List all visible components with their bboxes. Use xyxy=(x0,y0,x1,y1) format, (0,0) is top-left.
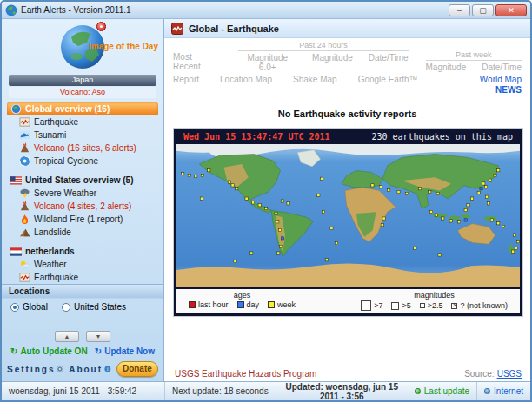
tree-item-global-overview[interactable]: Global overview (16) xyxy=(7,102,158,115)
tree-item-label: Weather xyxy=(34,260,67,269)
usgs-program-link[interactable]: USGS Earthquake Hazards Program xyxy=(175,369,316,379)
tree-item-volcano-us[interactable]: Volcano (4 sites, 2 alerts) xyxy=(3,200,162,213)
sidebar: Image of the Day Japan Volcano: Aso Glob… xyxy=(2,19,164,381)
datetime-button[interactable]: Date/Time xyxy=(369,53,409,72)
earthquake-marker xyxy=(515,247,517,249)
tree-item-tropical-cyclone[interactable]: Tropical Cyclone xyxy=(3,155,162,168)
scroll-down-button[interactable]: ▼ xyxy=(86,331,110,342)
earthquake-marker xyxy=(275,212,277,214)
earthquake-marker xyxy=(388,188,390,191)
us-flag-icon xyxy=(10,175,22,186)
alert-badge xyxy=(96,22,106,31)
tree-item-label: Wildland Fire (1 report) xyxy=(34,214,123,224)
auto-update-toggle[interactable]: ↻Auto Update ON xyxy=(10,346,88,356)
legend-last-hour: last hour xyxy=(189,300,229,309)
earthquake-marker xyxy=(335,242,337,245)
gear-icon[interactable] xyxy=(57,365,63,373)
severe-weather-icon xyxy=(19,188,30,199)
earthquake-marker xyxy=(201,174,203,176)
news-link[interactable]: NEWS xyxy=(480,85,522,95)
day-swatch xyxy=(237,301,244,308)
mag-25-label: >2.5 xyxy=(428,301,443,310)
earthquake-marker xyxy=(471,197,474,200)
info-icon[interactable]: i xyxy=(104,365,111,373)
close-button[interactable]: ✕ xyxy=(495,4,527,16)
no-reports-message: No Earthquake activity reports xyxy=(164,109,530,119)
minimize-button[interactable]: – xyxy=(449,4,470,16)
title-bar[interactable]: Earth Alerts - Version 2011.1 – ▢ ✕ xyxy=(2,2,530,19)
earthquake-marker xyxy=(379,186,382,188)
tree-item-wildland-fire[interactable]: Wildland Fire (1 report) xyxy=(3,213,162,226)
update-now-label: Update Now xyxy=(104,346,155,356)
magnitude-button[interactable]: Magnitude xyxy=(312,53,353,72)
tree-item-tsunami[interactable]: Tsunami xyxy=(3,129,162,142)
tree-item-label: United States overview (5) xyxy=(25,175,133,185)
week-datetime-button[interactable]: Date/Time xyxy=(482,63,522,72)
main-panel: Global - Earthquake Most Recent Past 24 … xyxy=(164,19,530,381)
earthquake-marker xyxy=(281,200,283,202)
most-recent-button[interactable]: Most Recent xyxy=(173,52,221,72)
earthquake-marker xyxy=(482,182,485,185)
earthquake-marker xyxy=(467,204,469,207)
week-magnitude-button[interactable]: Magnitude xyxy=(426,63,467,72)
magnitude-60-button[interactable]: Magnitude 6.0+ xyxy=(238,53,296,72)
scroll-up-button[interactable]: ▲ xyxy=(55,331,79,342)
earthquake-marker xyxy=(502,225,504,227)
maximize-button[interactable]: ▢ xyxy=(472,4,494,16)
earthquake-marker xyxy=(245,197,248,200)
earthquake-icon xyxy=(19,116,30,128)
update-now-button[interactable]: ↻Update Now xyxy=(95,346,155,356)
tree-item-earthquake[interactable]: Earthquake xyxy=(3,115,162,129)
status-updated: Updated: woensdag, jun 15 2011 - 3:56 xyxy=(276,382,408,401)
google-earth-button[interactable]: Google Earth™ xyxy=(358,75,418,95)
earthquake-marker xyxy=(265,207,268,209)
radio-united-states[interactable]: United States xyxy=(62,302,126,312)
map-footer: USGS Earthquake Hazards Program Source:U… xyxy=(164,369,530,381)
shake-map-button[interactable]: Shake Map xyxy=(293,75,337,95)
tree-item-landslide[interactable]: Landslide xyxy=(3,226,162,239)
radio-global-circle[interactable] xyxy=(10,303,19,312)
weather-icon xyxy=(19,259,30,270)
week-label: week xyxy=(277,300,296,309)
tree-item-volcano-global[interactable]: Volcano (16 sites, 6 alerts) xyxy=(3,142,162,155)
earthquake-marker xyxy=(188,174,190,176)
fire-icon xyxy=(19,214,30,225)
region-volcano-alert[interactable]: Volcano: Aso xyxy=(9,87,156,98)
legend-mag-25: >2.5 xyxy=(420,301,443,310)
image-of-the-day[interactable]: Image of the Day xyxy=(2,19,163,75)
world-seismicity-map-panel: Wed Jun 15 13:47:47 UTC 2011 230 earthqu… xyxy=(173,128,523,317)
usgs-source-link[interactable]: USGS xyxy=(497,369,522,379)
tree-item-label: Severe Weather xyxy=(34,188,96,198)
tree-item-weather[interactable]: Weather xyxy=(3,258,162,271)
earthquake-marker xyxy=(277,252,280,254)
donate-button[interactable]: Donate xyxy=(116,361,158,377)
settings-button[interactable]: Settings xyxy=(7,365,55,374)
radio-global[interactable]: Global xyxy=(10,302,48,312)
earthquake-marker xyxy=(325,259,328,261)
tree-item-us-overview[interactable]: United States overview (5) xyxy=(3,174,162,187)
legend-ages-title: ages xyxy=(234,291,251,300)
earthquake-marker xyxy=(497,222,500,225)
tree-item-severe-weather[interactable]: Severe Weather xyxy=(3,187,162,200)
internet-label: Internet xyxy=(494,386,523,396)
radio-us-circle[interactable] xyxy=(62,303,70,312)
status-internet: Internet xyxy=(477,382,530,400)
legend-day: day xyxy=(237,300,260,309)
earthquake-marker xyxy=(414,247,416,249)
earthquake-marker xyxy=(490,219,493,221)
past-week-group: Past week Magnitude Date/Time xyxy=(426,50,522,72)
tree-item-label: Global overview (16) xyxy=(25,104,110,114)
earthquake-marker xyxy=(418,188,421,190)
tree-item-netherlands[interactable]: netherlands xyxy=(3,245,162,258)
legend-ages: ages last hour day week xyxy=(189,291,296,311)
earthquake-marker xyxy=(330,227,333,229)
report-button[interactable]: Report xyxy=(173,75,199,95)
world-map-link[interactable]: World Map xyxy=(480,75,522,84)
earthquake-marker xyxy=(276,221,279,223)
tree-item-earthquake-nl[interactable]: Earthquake xyxy=(3,271,162,284)
week-swatch xyxy=(268,301,275,308)
last-update-label: Last update xyxy=(424,386,469,396)
world-map[interactable] xyxy=(176,144,520,287)
location-map-button[interactable]: Location Map xyxy=(220,75,272,95)
about-button[interactable]: About xyxy=(69,365,103,374)
